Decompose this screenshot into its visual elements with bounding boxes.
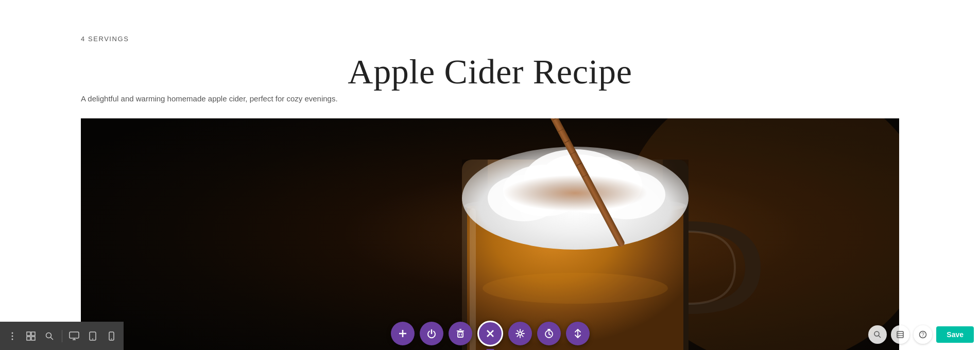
sort-button[interactable] [566,322,590,345]
servings-label: 4 SERVINGS [81,35,129,43]
delete-button[interactable] [449,322,472,345]
desktop-icon[interactable] [67,328,81,344]
svg-text:?: ? [922,332,925,338]
svg-point-37 [92,338,93,339]
svg-rect-54 [897,331,903,338]
svg-rect-30 [31,337,35,340]
recipe-description: A delightful and warming homemade apple … [81,94,338,103]
svg-rect-28 [31,332,35,336]
right-buttons: ? Save [868,325,974,344]
svg-rect-29 [27,337,30,340]
help-button[interactable]: ? [914,325,932,344]
svg-point-25 [11,335,13,337]
search-right-button[interactable] [868,325,887,344]
recipe-title: Apple Cider Recipe [0,51,980,92]
svg-line-32 [50,337,53,340]
save-button[interactable]: Save [936,326,974,343]
svg-point-52 [874,331,879,336]
recipe-image [81,118,899,350]
more-options-icon[interactable] [5,328,20,344]
svg-point-23 [483,273,668,304]
tablet-icon[interactable] [85,328,100,344]
svg-point-24 [11,332,13,334]
power-button[interactable] [420,322,443,345]
svg-line-53 [879,336,881,338]
svg-rect-33 [70,332,79,338]
bottom-toolbar [0,322,124,350]
toolbar-separator [62,330,62,342]
grid-icon[interactable] [24,328,38,344]
main-content: 4 SERVINGS Apple Cider Recipe A delightf… [0,0,980,350]
add-button[interactable] [391,322,415,345]
settings-button[interactable] [508,322,532,345]
svg-point-39 [111,338,112,339]
svg-point-49 [519,332,522,335]
svg-point-14 [503,175,647,211]
close-button[interactable] [477,321,503,346]
layers-button[interactable] [891,325,909,344]
svg-rect-27 [27,332,30,336]
mobile-icon[interactable] [104,328,118,344]
cider-illustration [81,118,899,350]
cider-svg [81,118,899,350]
svg-point-26 [11,338,13,340]
floating-buttons [391,321,590,346]
svg-rect-42 [458,332,463,337]
search-icon[interactable] [42,328,57,344]
timer-button[interactable] [537,322,561,345]
